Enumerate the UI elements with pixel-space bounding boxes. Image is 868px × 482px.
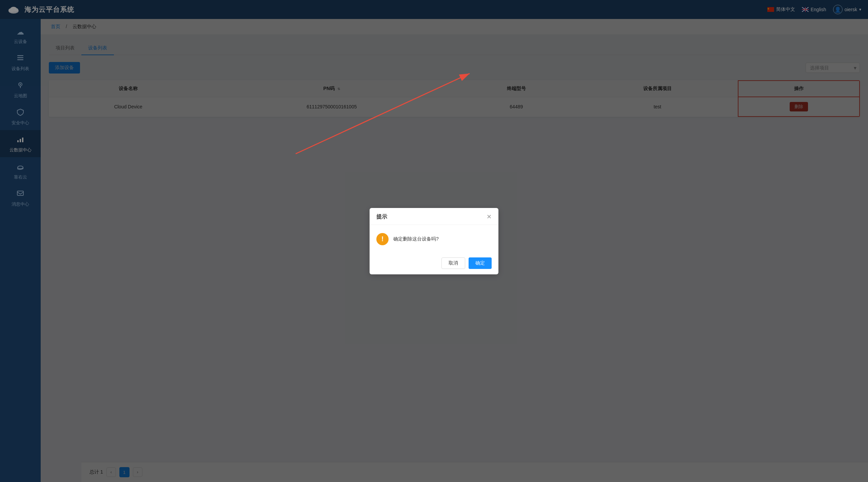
modal-body: ! 确定删除这台设备吗?: [370, 225, 498, 253]
confirm-button[interactable]: 确定: [469, 257, 492, 269]
confirm-modal: 提示 ✕ ! 确定删除这台设备吗? 取消 确定: [370, 208, 498, 274]
svg-line-24: [296, 74, 470, 154]
modal-overlay: 提示 ✕ ! 确定删除这台设备吗? 取消 确定: [0, 0, 868, 482]
modal-header: 提示 ✕: [370, 208, 498, 225]
modal-title: 提示: [376, 213, 387, 221]
modal-close-button[interactable]: ✕: [487, 214, 492, 220]
modal-message: 确定删除这台设备吗?: [393, 236, 439, 242]
cancel-button[interactable]: 取消: [441, 257, 465, 269]
warning-icon: !: [376, 233, 389, 245]
modal-footer: 取消 确定: [370, 253, 498, 274]
